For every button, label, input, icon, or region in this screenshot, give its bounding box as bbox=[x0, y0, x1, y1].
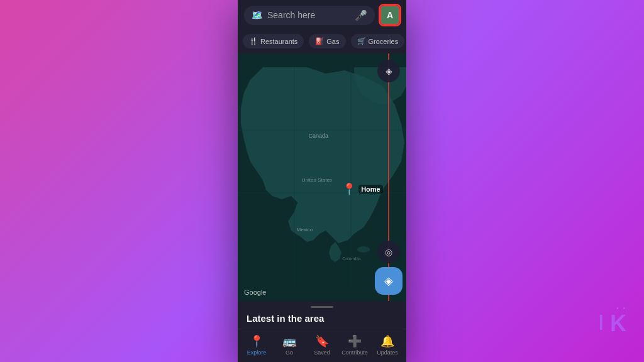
groceries-label: Groceries bbox=[369, 38, 399, 45]
category-tabs: 🍴 Restaurants ⛽ Gas 🛒 Groceries bbox=[238, 30, 406, 53]
latest-title: Latest in the area bbox=[247, 313, 397, 324]
contribute-label: Contribute bbox=[341, 349, 368, 356]
kw-logo: ꡶K bbox=[589, 310, 625, 337]
svg-point-1 bbox=[357, 246, 370, 253]
nav-go[interactable]: 🚌 Go bbox=[273, 334, 306, 356]
user-avatar-button[interactable]: A bbox=[380, 5, 400, 25]
colombia-label: Colombia bbox=[342, 256, 361, 261]
explore-label: Explore bbox=[247, 349, 267, 356]
navigation-button[interactable]: ◈ bbox=[375, 267, 402, 295]
nav-updates[interactable]: 🔔 Updates bbox=[371, 334, 404, 356]
bottom-sheet: Latest in the area bbox=[238, 301, 406, 329]
nav-contribute[interactable]: ➕ Contribute bbox=[338, 334, 371, 356]
red-indicator-line bbox=[388, 53, 389, 301]
home-pin-icon: 📍 bbox=[342, 182, 356, 196]
gas-icon: ⛽ bbox=[315, 37, 324, 45]
mic-icon[interactable]: 🎤 bbox=[355, 9, 367, 21]
home-pin: 📍 Home bbox=[342, 182, 383, 196]
restaurants-icon: 🍴 bbox=[249, 37, 258, 45]
canada-label: Canada bbox=[309, 133, 329, 139]
category-gas[interactable]: ⛽ Gas bbox=[309, 34, 345, 48]
restaurants-label: Restaurants bbox=[260, 38, 297, 45]
nav-saved[interactable]: 🔖 Saved bbox=[306, 334, 338, 356]
go-icon: 🚌 bbox=[282, 334, 296, 348]
location-icon: ◎ bbox=[385, 247, 392, 257]
phone-frame: 🗺️ Search here 🎤 A 🍴 Restaurants ⛽ Gas 🛒… bbox=[238, 0, 406, 362]
nav-explore[interactable]: 📍 Explore bbox=[240, 334, 273, 356]
category-groceries[interactable]: 🛒 Groceries bbox=[351, 34, 405, 48]
home-pin-label: Home bbox=[358, 185, 383, 194]
map-area[interactable]: ◈ ◎ ◈ 📍 Home Canada United States Mexico… bbox=[238, 53, 406, 301]
mexico-label: Mexico bbox=[297, 227, 313, 233]
gas-label: Gas bbox=[326, 38, 339, 45]
layers-icon: ◈ bbox=[386, 66, 392, 76]
search-placeholder: Search here bbox=[267, 10, 350, 20]
nav-arrow-icon: ◈ bbox=[384, 274, 393, 288]
saved-icon: 🔖 bbox=[315, 334, 329, 348]
category-restaurants[interactable]: 🍴 Restaurants bbox=[243, 34, 304, 48]
updates-icon: 🔔 bbox=[380, 334, 394, 348]
google-watermark: Google bbox=[244, 288, 266, 296]
location-button[interactable]: ◎ bbox=[377, 241, 400, 263]
bottom-nav: 📍 Explore 🚌 Go 🔖 Saved ➕ Contribute 🔔 Up… bbox=[238, 329, 406, 362]
explore-icon: 📍 bbox=[250, 334, 264, 348]
go-label: Go bbox=[286, 349, 293, 356]
us-label: United States bbox=[302, 177, 332, 183]
maps-logo-icon: 🗺️ bbox=[252, 10, 262, 20]
sheet-handle bbox=[311, 306, 333, 308]
updates-label: Updates bbox=[377, 349, 398, 356]
search-bar: 🗺️ Search here 🎤 A bbox=[238, 0, 406, 30]
groceries-icon: 🛒 bbox=[357, 37, 366, 45]
saved-label: Saved bbox=[314, 349, 330, 356]
search-input-container[interactable]: 🗺️ Search here 🎤 bbox=[244, 6, 375, 25]
contribute-icon: ➕ bbox=[348, 334, 362, 348]
layers-button[interactable]: ◈ bbox=[377, 60, 400, 82]
